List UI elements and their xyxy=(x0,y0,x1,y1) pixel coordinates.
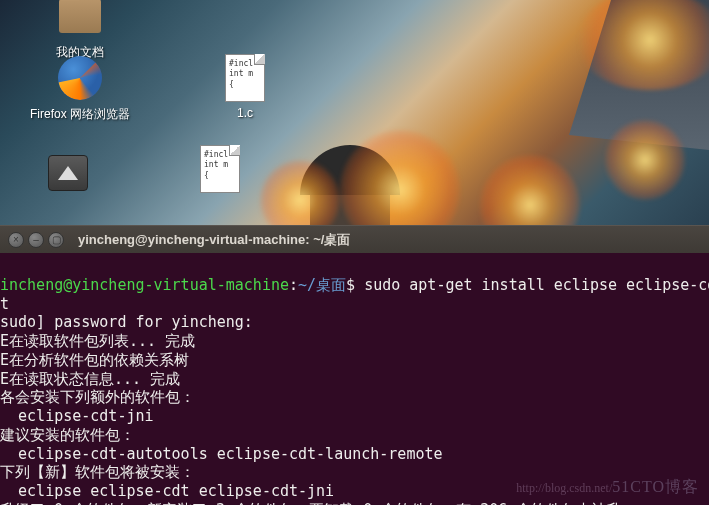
firefox-icon xyxy=(58,56,102,100)
terminal-line: 各会安装下列额外的软件包： xyxy=(0,388,709,407)
terminal-command: sudo apt-get install eclipse eclipse-cd xyxy=(364,276,709,294)
terminal-line: eclipse-cdt-jni xyxy=(0,407,709,426)
desktop-icon-cfile-2[interactable]: #incl int m { xyxy=(170,145,270,197)
window-minimize-button[interactable]: – xyxy=(28,232,44,248)
terminal-prompt-line: incheng@yincheng-virtual-machine:~/桌面$ s… xyxy=(0,276,709,295)
terminal-line: E在分析软件包的依赖关系树 xyxy=(0,351,709,370)
terminal-titlebar[interactable]: × – ▢ yincheng@yincheng-virtual-machine:… xyxy=(0,225,709,253)
terminal-line: eclipse-cdt-autotools eclipse-cdt-launch… xyxy=(0,445,709,464)
window-maximize-button[interactable]: ▢ xyxy=(48,232,64,248)
window-close-button[interactable]: × xyxy=(8,232,24,248)
terminal-title: yincheng@yincheng-virtual-machine: ~/桌面 xyxy=(78,231,350,249)
textfile-icon: #incl int m { xyxy=(200,145,240,193)
wallpaper-glow xyxy=(605,120,685,200)
terminal-line: sudo] password for yincheng: xyxy=(0,313,709,332)
terminal-line: 建议安装的软件包： xyxy=(0,426,709,445)
desktop-wallpaper: 我的文档 Firefox 网络浏览器 #incl int m { 1.c #in… xyxy=(0,0,709,225)
desktop-icon-cfile[interactable]: #incl int m { 1.c xyxy=(195,54,295,120)
launcher-trash-icon[interactable] xyxy=(48,155,88,191)
watermark: http://blog.csdn.net/51CTO博客 xyxy=(516,477,699,497)
terminal-line: 升级了 0 个软件包，新安装了 3 个软件包，要卸载 0 个软件包，有 206 … xyxy=(0,501,709,505)
wallpaper-glow xyxy=(480,155,580,225)
terminal-body[interactable]: incheng@yincheng-virtual-machine:~/桌面$ s… xyxy=(0,253,709,505)
folder-icon xyxy=(59,0,101,33)
terminal-prompt-path: ~/桌面 xyxy=(298,276,346,294)
terminal-line: E在读取软件包列表... 完成 xyxy=(0,332,709,351)
textfile-icon: #incl int m { xyxy=(225,54,265,102)
desktop-icon-firefox[interactable]: Firefox 网络浏览器 xyxy=(30,54,130,123)
terminal-line: E在读取状态信息... 完成 xyxy=(0,370,709,389)
desktop-icon-label: 1.c xyxy=(195,106,295,120)
desktop-icon-label: Firefox 网络浏览器 xyxy=(30,106,130,123)
terminal-prompt-user: incheng@yincheng-virtual-machine xyxy=(0,276,289,294)
terminal-line: t xyxy=(0,295,709,314)
desktop-icon-my-documents[interactable]: 我的文档 xyxy=(30,0,130,61)
